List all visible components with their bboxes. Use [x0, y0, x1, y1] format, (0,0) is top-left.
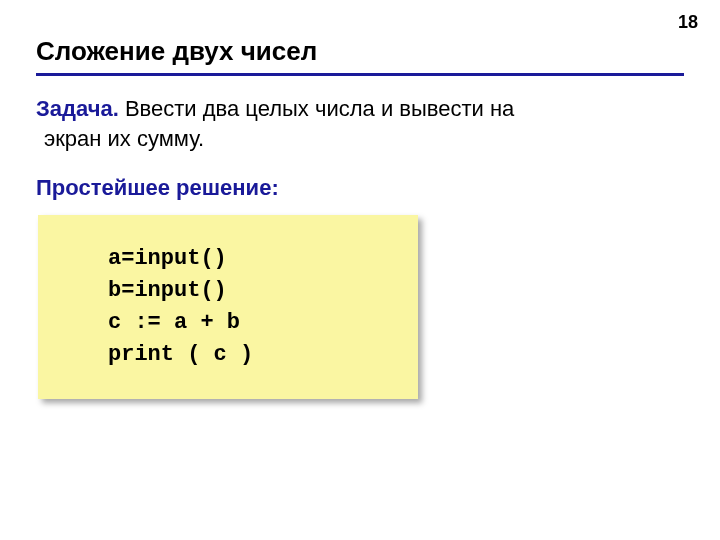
- code-box: a=input() b=input() c := a + b print ( c…: [38, 215, 418, 399]
- code-content: a=input() b=input() c := a + b print ( c…: [108, 243, 398, 371]
- slide: 18 Сложение двух чисел Задача. Ввести дв…: [0, 0, 720, 540]
- task-label: Задача.: [36, 96, 119, 121]
- task-block: Задача. Ввести два целых числа и вывести…: [36, 94, 684, 153]
- solution-heading: Простейшее решение:: [36, 175, 684, 201]
- task-text-line2: экран их сумму.: [36, 126, 204, 151]
- task-text-line1: Ввести два целых числа и вывести на: [119, 96, 515, 121]
- page-number: 18: [678, 12, 698, 33]
- slide-title: Сложение двух чисел: [36, 36, 684, 76]
